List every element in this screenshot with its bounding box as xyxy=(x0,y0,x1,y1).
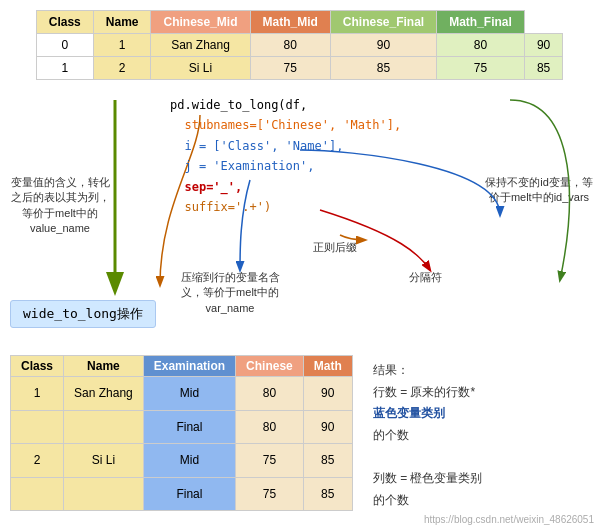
bottom-table-row: 1 San Zhang Mid 80 90 xyxy=(11,377,353,411)
annotation-var-value: 变量值的含义，转化之后的表以其为列，等价于melt中的value_name xyxy=(10,175,110,237)
th-name: Name xyxy=(93,11,151,34)
brow1-exam: Final xyxy=(143,410,235,444)
result-text: 结果： 行数 = 原来的行数* 蓝色变量类别 的个数 列数 = 橙色变量类别 的… xyxy=(363,355,483,511)
brow0-name: San Zhang xyxy=(64,377,144,411)
code-line2: stubnames=['Chinese', 'Math'], xyxy=(184,118,401,132)
brow0-exam: Mid xyxy=(143,377,235,411)
code-line6: suffix='.+') xyxy=(184,200,271,214)
result-line2: 蓝色变量类别 xyxy=(373,403,483,425)
th-math-final: Math_Final xyxy=(437,11,525,34)
code-line3: i = ['Class', 'Name'], xyxy=(184,139,343,153)
th-chinese-mid: Chinese_Mid xyxy=(151,11,250,34)
bottom-table-row: 2 Si Li Mid 75 85 xyxy=(11,444,353,478)
row1-class: 2 xyxy=(93,57,151,80)
th-math-mid: Math_Mid xyxy=(250,11,330,34)
brow2-math: 85 xyxy=(303,444,352,478)
row0-ch-final: 80 xyxy=(437,34,525,57)
brow1-name xyxy=(64,410,144,444)
brow3-math: 85 xyxy=(303,477,352,511)
middle-section: pd.wide_to_long(df, stubnames=['Chinese'… xyxy=(0,85,599,355)
row0-name: San Zhang xyxy=(151,34,250,57)
brow3-chinese: 75 xyxy=(236,477,304,511)
row1-m-mid: 85 xyxy=(330,57,436,80)
watermark: https://blog.csdn.net/weixin_48626051 xyxy=(424,514,594,525)
result-line5: 列数 = 橙色变量类别 xyxy=(373,468,483,490)
brow1-chinese: 80 xyxy=(236,410,304,444)
operation-label: wide_to_long操作 xyxy=(10,300,156,328)
brow3-name xyxy=(64,477,144,511)
bth-name: Name xyxy=(64,356,144,377)
bth-math: Math xyxy=(303,356,352,377)
th-class: Class xyxy=(36,11,93,34)
code-line4: j = 'Examination', xyxy=(184,159,314,173)
bottom-section: Class Name Examination Chinese Math 1 Sa… xyxy=(0,355,599,516)
code-line5: sep='_', xyxy=(184,180,242,194)
bth-exam: Examination xyxy=(143,356,235,377)
row1-ch-final: 75 xyxy=(437,57,525,80)
brow3-exam: Final xyxy=(143,477,235,511)
result-blue-text: 蓝色变量类别 xyxy=(373,406,445,420)
top-section: Class Name Chinese_Mid Math_Mid Chinese_… xyxy=(0,0,599,85)
code-block: pd.wide_to_long(df, stubnames=['Chinese'… xyxy=(170,95,401,217)
table-row: 1 2 Si Li 75 85 75 85 xyxy=(36,57,562,80)
row1-ch-mid: 75 xyxy=(250,57,330,80)
brow2-class: 2 xyxy=(11,444,64,478)
bottom-table: Class Name Examination Chinese Math 1 Sa… xyxy=(10,355,353,511)
row1-m-final: 85 xyxy=(524,57,562,80)
row1-index: 1 xyxy=(36,57,93,80)
row0-ch-mid: 80 xyxy=(250,34,330,57)
bth-class: Class xyxy=(11,356,64,377)
bth-chinese: Chinese xyxy=(236,356,304,377)
brow2-name: Si Li xyxy=(64,444,144,478)
row0-m-mid: 90 xyxy=(330,34,436,57)
brow0-chinese: 80 xyxy=(236,377,304,411)
annotation-suffix: 正则后缀 xyxy=(290,240,380,255)
result-label: 结果： xyxy=(373,360,483,382)
result-line6: 的个数 xyxy=(373,490,483,512)
table-row: 0 1 San Zhang 80 90 80 90 xyxy=(36,34,562,57)
result-line3: 的个数 xyxy=(373,425,483,447)
annotation-id-vars: 保持不变的id变量，等价于melt中的id_vars xyxy=(484,175,594,206)
row0-index: 0 xyxy=(36,34,93,57)
result-line1: 行数 = 原来的行数* xyxy=(373,382,483,404)
top-table: Class Name Chinese_Mid Math_Mid Chinese_… xyxy=(36,10,563,80)
brow0-class: 1 xyxy=(11,377,64,411)
annotation-sep: 分隔符 xyxy=(385,270,465,285)
brow3-class xyxy=(11,477,64,511)
row0-m-final: 90 xyxy=(524,34,562,57)
brow0-math: 90 xyxy=(303,377,352,411)
row0-class: 1 xyxy=(93,34,151,57)
brow2-chinese: 75 xyxy=(236,444,304,478)
row1-name: Si Li xyxy=(151,57,250,80)
code-line1: pd.wide_to_long(df, xyxy=(170,98,307,112)
bottom-table-row: Final 75 85 xyxy=(11,477,353,511)
brow1-class xyxy=(11,410,64,444)
brow1-math: 90 xyxy=(303,410,352,444)
annotation-var-name: 压缩到行的变量名含义，等价于melt中的var_name xyxy=(175,270,285,316)
brow2-exam: Mid xyxy=(143,444,235,478)
th-chinese-final: Chinese_Final xyxy=(330,11,436,34)
bottom-table-row: Final 80 90 xyxy=(11,410,353,444)
